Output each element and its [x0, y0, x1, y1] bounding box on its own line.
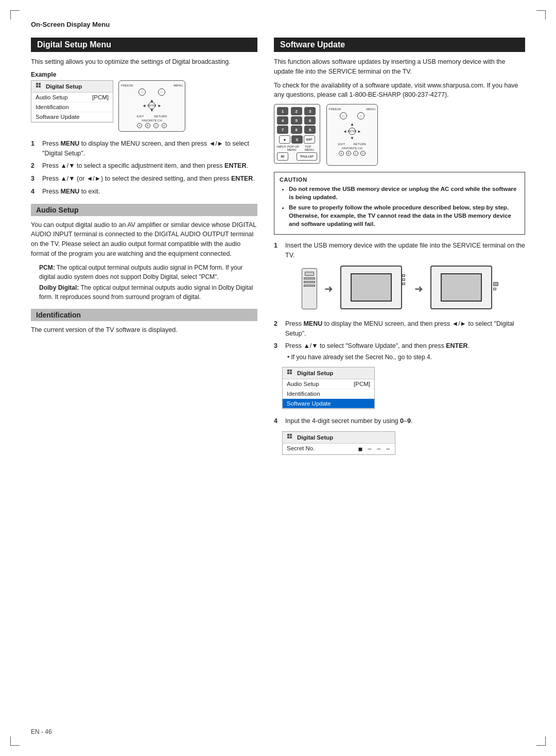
remote-top-buttons: ○ ○ [138, 89, 165, 96]
sw-step-3-text: Press ▲/▼ to select "Software Update", a… [285, 342, 470, 349]
step-4-text: Press MENU to exit. [42, 187, 100, 197]
menu-row-audio-value: [PCM] [92, 94, 109, 100]
port-1 [402, 274, 405, 277]
port-2 [402, 278, 405, 281]
software-update-heading: Software Update [274, 38, 525, 52]
remote-sketch-right: FREEZE MENU ○ ○ ▲ ▼ ◄ ► ENTER [326, 104, 378, 166]
enter-btn-r: ENTER [349, 128, 356, 135]
remote-sketch: FREEZE MENU ○ ○ ▲ ▼ ◄ ► ENTER [118, 80, 185, 132]
caution-list: Do not remove the USB memory device or u… [280, 185, 519, 228]
btn-b-r: B [346, 151, 351, 156]
svg-rect-2 [36, 85, 38, 87]
sw-step-4: 4 Input the 4-digit secret number by usi… [274, 416, 525, 426]
svg-rect-8 [287, 434, 289, 436]
enter-btn: ENTER [148, 102, 155, 109]
btn-b: B [145, 123, 150, 128]
caution-item-2: Be sure to properly follow the whole pro… [289, 203, 519, 228]
secret-no-label: Secret No. [287, 445, 315, 452]
input-label: INPUT [277, 145, 286, 151]
step3-audio-label: Audio Setup [287, 381, 319, 387]
sw-intro-2: To check for the availability of a softw… [274, 81, 525, 100]
page-header: On-Screen Display Menu [31, 21, 525, 28]
secret-menu-container: Digital Setup Secret No. ■ — — — [282, 431, 525, 455]
step3-menu-container: Digital Setup Audio Setup [PCM] Identifi… [282, 367, 525, 409]
btn-d: D [162, 123, 167, 128]
menu-row-audio: Audio Setup [PCM] [31, 93, 113, 102]
secret-no-row: Secret No. ■ — — — [283, 444, 395, 454]
btn-a: A [137, 123, 142, 128]
tv-body [340, 266, 402, 309]
port-s2 [493, 288, 496, 290]
svg-rect-10 [287, 436, 289, 438]
tv-container [340, 266, 407, 312]
exit-label: EXIT [137, 115, 144, 118]
step-2-num: 2 [31, 161, 38, 171]
remote-bottom-row: EXIT RETURN [137, 115, 167, 118]
sw-steps-list: 1 Insert the USB memory device with the … [274, 241, 525, 260]
popup-menu-label: POP-UP MENU [287, 145, 304, 151]
usb-body-part [304, 277, 315, 279]
example-menu-box: Digital Setup Audio Setup [PCM] Identifi… [31, 80, 113, 122]
usb-device [302, 268, 317, 309]
remote-dpad: ▲ ▼ ◄ ► ENTER [142, 98, 162, 113]
dpad-left: ◄ [142, 103, 146, 108]
svg-rect-0 [36, 83, 38, 85]
step-2: 2 Press ▲/▼ to select a specific adjustm… [31, 161, 257, 171]
step3-sw-label: Software Update [287, 400, 331, 407]
sw-step-1-num: 1 [274, 241, 281, 260]
favorite-ch-label: FAVORITE CH [142, 119, 162, 122]
exit-label-r: EXIT [338, 143, 345, 146]
top-menu-label: TOP MENU [305, 145, 317, 151]
menu-title-row: Digital Setup [31, 81, 113, 93]
np-9: 9 [304, 126, 316, 134]
caution-box: CAUTION Do not remove the USB memory dev… [274, 172, 525, 235]
freeze-label-r: FREEZE [329, 108, 341, 111]
usb-body-part2 [304, 281, 315, 283]
menu-row-sw-label: Software Update [36, 114, 80, 120]
sw-step-3-content: Press ▲/▼ to select "Software Update", a… [285, 341, 470, 362]
step3-menu-title-text: Digital Setup [297, 370, 333, 376]
digital-setup-heading: Digital Setup Menu [31, 38, 257, 52]
sw-step-2-text: Press MENU to display the MENU screen, a… [285, 319, 525, 339]
menu-row-audio-label: Audio Setup [36, 94, 68, 100]
example-label: Example [31, 71, 257, 78]
secret-menu-title: Digital Setup [283, 432, 395, 444]
tv-screen [351, 273, 392, 302]
freeze-label: FREEZE [121, 84, 133, 87]
menu-row-identification: Identification [31, 102, 113, 112]
np-5: 5 [291, 116, 302, 125]
menu-label: MENU [173, 84, 183, 87]
step-1: 1 Press MENU to display the MENU screen,… [31, 139, 257, 159]
sw-step-3-sub: • If you have already set the Secret No.… [285, 353, 470, 362]
numpad-grid: 1 2 3 4 5 6 7 8 9 [277, 107, 317, 134]
btn-c: C [153, 123, 159, 128]
svg-rect-9 [290, 434, 292, 436]
tv-side-ports [402, 274, 405, 285]
step-1-text: Press MENU to display the MENU screen, a… [42, 139, 257, 159]
example-area: Digital Setup Audio Setup [PCM] Identifi… [31, 80, 257, 132]
arrow-right: ➜ [324, 266, 333, 312]
page-footer: EN - 46 [31, 728, 52, 735]
remote-right-dpad: ▲ ▼ ◄ ► ENTER [343, 122, 361, 140]
numpad-labels: INPUT POP-UP MENU TOP MENU [277, 145, 317, 151]
sw-intro-1: This function allows software updates by… [274, 57, 525, 77]
step3-menu-icon [287, 369, 294, 377]
np-4: 4 [277, 116, 288, 125]
remote-bottom-btns: A B C D [137, 123, 167, 128]
step-4-num: 4 [31, 187, 38, 197]
sw-step-3: 3 Press ▲/▼ to select "Software Update",… [274, 341, 525, 362]
remote-right-bottom-row: EXIT RETURN [338, 143, 366, 146]
port-3 [402, 283, 405, 285]
remotes-row: 1 2 3 4 5 6 7 8 9 ● 0 ENT [274, 104, 525, 166]
menu-icon [36, 82, 43, 91]
secret-menu-box: Digital Setup Secret No. ■ — — — [282, 431, 395, 455]
dpad-down-r: ▼ [350, 136, 354, 140]
fav-ch-label-r: FAVORITE CH [342, 147, 362, 150]
np-bd: BD [277, 152, 288, 161]
step-3: 3 Press ▲/▼ (or ◄/►) to select the desir… [31, 174, 257, 184]
svg-rect-11 [290, 436, 292, 438]
np-0: 0 [291, 135, 303, 144]
btn-c-r: C [353, 151, 358, 156]
sw-step-2: 2 Press MENU to display the MENU screen,… [274, 319, 525, 339]
freeze-btn: ○ [138, 89, 146, 96]
